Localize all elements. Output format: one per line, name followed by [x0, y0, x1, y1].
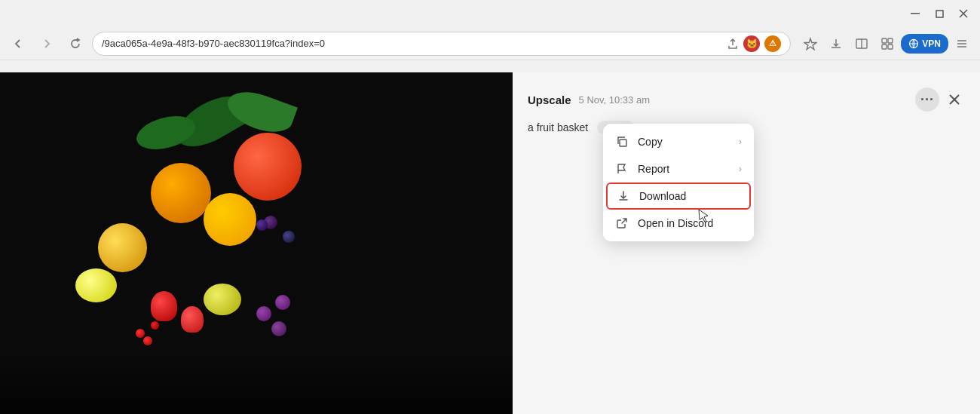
- upscale-info: Upscale 5 Nov, 10:33 am: [528, 94, 650, 106]
- refresh-button[interactable]: [63, 32, 87, 56]
- hamburger-icon: [955, 37, 969, 51]
- svg-rect-8: [882, 44, 887, 49]
- menu-item-report[interactable]: Report ›: [603, 155, 754, 182]
- external-link-icon: [615, 216, 629, 230]
- svg-rect-17: [620, 140, 626, 146]
- panel-title: Upscale: [528, 94, 571, 106]
- close-button[interactable]: [953, 3, 974, 24]
- fruit-decoration: [151, 163, 211, 223]
- panel-header-icons: ···: [915, 87, 965, 112]
- fruit-decoration: [143, 336, 152, 345]
- download-icon: [617, 189, 630, 203]
- svg-rect-6: [882, 38, 887, 43]
- fruit-decoration: [204, 193, 256, 246]
- fruit-decoration: [275, 295, 290, 310]
- fruit-decoration: [151, 291, 177, 321]
- vpn-icon: [908, 38, 919, 49]
- address-bar-row: /9aca065a-4e9a-48f3-b970-aec830119fca?in…: [0, 27, 980, 60]
- report-label: Report: [638, 163, 669, 175]
- svg-rect-9: [888, 44, 893, 49]
- tab-bar: [0, 60, 980, 72]
- toolbar-icons: VPN: [798, 32, 974, 56]
- leaf-decoration: [222, 84, 298, 140]
- fruit-decoration: [75, 268, 117, 302]
- flag-icon: [615, 162, 629, 176]
- download-toolbar-button[interactable]: [824, 32, 848, 56]
- dots-icon: ···: [920, 93, 934, 106]
- favorites-button[interactable]: [798, 32, 822, 56]
- split-view-button[interactable]: [850, 32, 874, 56]
- main-content: Upscale 5 Nov, 10:33 am ··· a fruit bask…: [0, 72, 980, 414]
- fruit-decoration: [181, 306, 204, 333]
- back-button[interactable]: [6, 32, 30, 56]
- alert-icon: ⚠: [764, 35, 781, 52]
- collections-button[interactable]: [875, 32, 899, 56]
- svg-rect-1: [936, 11, 943, 17]
- panel-timestamp: 5 Nov, 10:33 am: [579, 94, 650, 106]
- copy-submenu-chevron: ›: [739, 136, 742, 147]
- profile-icon: 🐱: [743, 35, 760, 52]
- settings-menu-button[interactable]: [950, 32, 974, 56]
- panel-close-button[interactable]: [944, 89, 965, 110]
- menu-item-copy[interactable]: Copy ›: [603, 128, 754, 155]
- more-options-button[interactable]: ···: [915, 87, 939, 112]
- menu-item-download[interactable]: Download: [606, 182, 751, 210]
- vpn-label: VPN: [922, 38, 941, 49]
- fruit-decoration: [136, 329, 145, 338]
- forward-button[interactable]: [35, 32, 59, 56]
- fruit-decoration: [204, 284, 241, 315]
- fruit-decoration: [256, 306, 271, 321]
- report-submenu-chevron: ›: [739, 164, 742, 174]
- image-shadow: [0, 354, 513, 414]
- url-text: /9aca065a-4e9a-48f3-b970-aec830119fca?in…: [102, 38, 721, 49]
- title-bar: [0, 0, 980, 27]
- fruit-decoration: [151, 321, 159, 330]
- minimize-button[interactable]: [905, 3, 926, 24]
- share-icon: [727, 38, 739, 50]
- image-panel: [0, 72, 513, 414]
- fruit-decoration: [271, 321, 286, 336]
- fruit-decoration: [256, 219, 268, 231]
- close-icon: [948, 94, 960, 106]
- vpn-button[interactable]: VPN: [901, 34, 948, 54]
- fruit-decoration: [234, 133, 302, 201]
- menu-item-open-discord[interactable]: Open in Discord: [603, 210, 754, 237]
- open-discord-label: Open in Discord: [638, 217, 713, 229]
- address-bar[interactable]: /9aca065a-4e9a-48f3-b970-aec830119fca?in…: [92, 32, 791, 56]
- image-description: a fruit basket: [528, 121, 588, 133]
- fruit-decoration: [98, 223, 147, 272]
- copy-icon: [615, 135, 629, 149]
- svg-rect-0: [911, 13, 920, 14]
- svg-rect-7: [888, 38, 893, 43]
- address-icons: 🐱 ⚠: [727, 35, 781, 52]
- restore-button[interactable]: [929, 3, 950, 24]
- copy-label: Copy: [638, 136, 663, 148]
- fruit-image: [0, 72, 513, 414]
- fruit-decoration: [283, 231, 295, 243]
- context-menu: Copy › Report › Do: [603, 124, 754, 241]
- download-label: Download: [639, 190, 686, 202]
- upscale-header: Upscale 5 Nov, 10:33 am ···: [528, 87, 965, 112]
- right-panel: Upscale 5 Nov, 10:33 am ··· a fruit bask…: [513, 72, 980, 414]
